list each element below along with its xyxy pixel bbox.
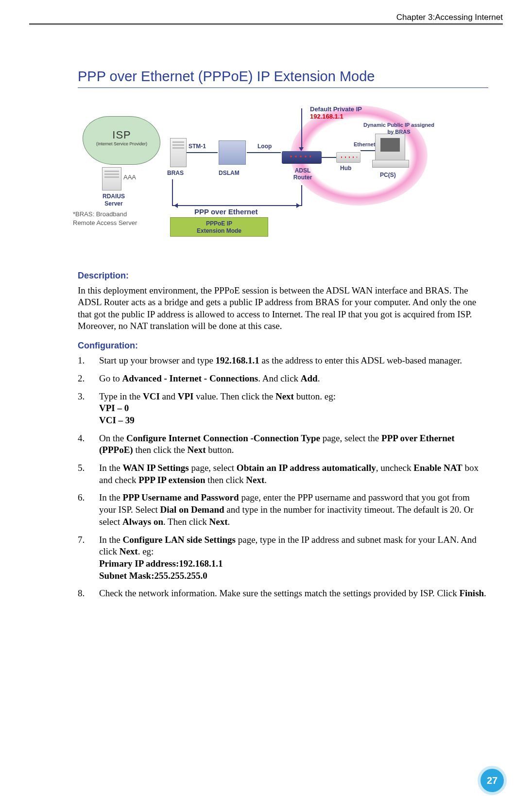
configuration-steps: 1.Start up your browser and type 192.168… bbox=[78, 355, 488, 600]
pcs-label: PC(S) bbox=[380, 172, 396, 178]
step-number: 1. bbox=[78, 355, 85, 367]
pppoe-mode-box: PPPoE IP Extension Mode bbox=[170, 217, 268, 237]
default-ip-arrowhead bbox=[299, 147, 304, 154]
step-item: 2.Go to Advanced - Internet - Connection… bbox=[78, 373, 488, 385]
configuration-heading: Configuration: bbox=[78, 341, 488, 351]
ethernet-label: Ethernet bbox=[354, 141, 376, 147]
default-ip-leader bbox=[301, 108, 302, 150]
step-number: 8. bbox=[78, 588, 85, 600]
isp-text: ISP bbox=[86, 129, 157, 141]
step-item: 8.Check the network information. Make su… bbox=[78, 588, 488, 600]
step-number: 3. bbox=[78, 391, 85, 403]
ppp-bracket-left bbox=[172, 179, 173, 206]
adsl-router-label: ADSL Router bbox=[286, 167, 320, 181]
default-ip-text: Default Private IP bbox=[310, 105, 362, 113]
step-item: 6.In the PPP Username and Password page,… bbox=[78, 492, 488, 528]
bras-icon bbox=[170, 138, 187, 167]
ppp-bracket-bottom bbox=[172, 205, 302, 206]
isp-label: ISP (Internet Service Provider) bbox=[86, 129, 157, 146]
loop-link bbox=[247, 152, 281, 153]
dynamic-ip-label: Dynamic Public IP assigned by BRAS bbox=[362, 122, 435, 136]
rdaius-label: RDAIUS Server bbox=[94, 193, 133, 208]
step-text: On the Configure Internet Connection -Co… bbox=[99, 433, 455, 455]
stm1-link bbox=[187, 152, 218, 153]
dslam-label: DSLAM bbox=[219, 170, 240, 176]
isp-subtext: (Internet Service Provider) bbox=[86, 141, 157, 146]
default-ip-value: 192.168.1.1 bbox=[310, 113, 343, 120]
step-item: 5.In the WAN IP Settings page, select Ob… bbox=[78, 462, 488, 486]
step-number: 7. bbox=[78, 534, 85, 546]
step-number: 5. bbox=[78, 462, 85, 474]
pc-icon bbox=[375, 134, 405, 162]
description-body: In this deployment environment, the PPPo… bbox=[78, 285, 488, 332]
stm1-label: STM-1 bbox=[189, 143, 206, 150]
hub-pc-link bbox=[360, 150, 375, 151]
loop-label: Loop bbox=[257, 143, 272, 150]
description-heading: Description: bbox=[78, 271, 488, 281]
step-number: 2. bbox=[78, 373, 85, 385]
ppp-bracket-right bbox=[301, 185, 302, 206]
header-rule bbox=[29, 23, 503, 25]
hub-label: Hub bbox=[340, 165, 351, 172]
router-hub-link bbox=[322, 157, 336, 158]
bras-label: BRAS bbox=[167, 170, 184, 176]
aaa-label: AAA bbox=[123, 173, 136, 181]
page-title: PPP over Ethernet (PPPoE) IP Extension M… bbox=[78, 69, 488, 88]
step-number: 4. bbox=[78, 433, 85, 445]
step-text: In the PPP Username and Password page, e… bbox=[99, 492, 474, 526]
step-text: Start up your browser and type 192.168.1… bbox=[99, 355, 462, 365]
default-ip-label: Default Private IP 192.168.1.1 bbox=[310, 105, 362, 120]
step-item: 4.On the Configure Internet Connection -… bbox=[78, 433, 488, 456]
step-text: Type in the VCI and VPI value. Then clic… bbox=[99, 391, 336, 425]
network-diagram: ISP (Internet Service Provider) AAA RDAI… bbox=[78, 102, 488, 262]
hub-icon bbox=[336, 152, 360, 163]
bras-footnote: *BRAS: Broadband Remote Access Server bbox=[73, 210, 137, 227]
step-item: 1.Start up your browser and type 192.168… bbox=[78, 355, 488, 367]
step-text: Check the network information. Make sure… bbox=[99, 588, 486, 598]
pppoe-mode-text: PPPoE IP Extension Mode bbox=[197, 220, 241, 234]
rdaius-server-icon bbox=[102, 167, 121, 190]
step-number: 6. bbox=[78, 492, 85, 504]
step-text: In the WAN IP Settings page, select Obta… bbox=[99, 463, 479, 485]
chapter-header: Chapter 3:Accessing Internet bbox=[29, 13, 503, 22]
step-text: Go to Advanced - Internet - Connections.… bbox=[99, 373, 320, 383]
step-item: 7.In the Configure LAN side Settings pag… bbox=[78, 534, 488, 582]
pc-base-icon bbox=[372, 160, 409, 168]
dslam-icon bbox=[219, 140, 246, 165]
step-item: 3.Type in the VCI and VPI value. Then cl… bbox=[78, 391, 488, 427]
page-number: 27 bbox=[481, 769, 504, 792]
ppp-label: PPP over Ethernet bbox=[194, 208, 258, 216]
step-text: In the Configure LAN side Settings page,… bbox=[99, 535, 477, 581]
